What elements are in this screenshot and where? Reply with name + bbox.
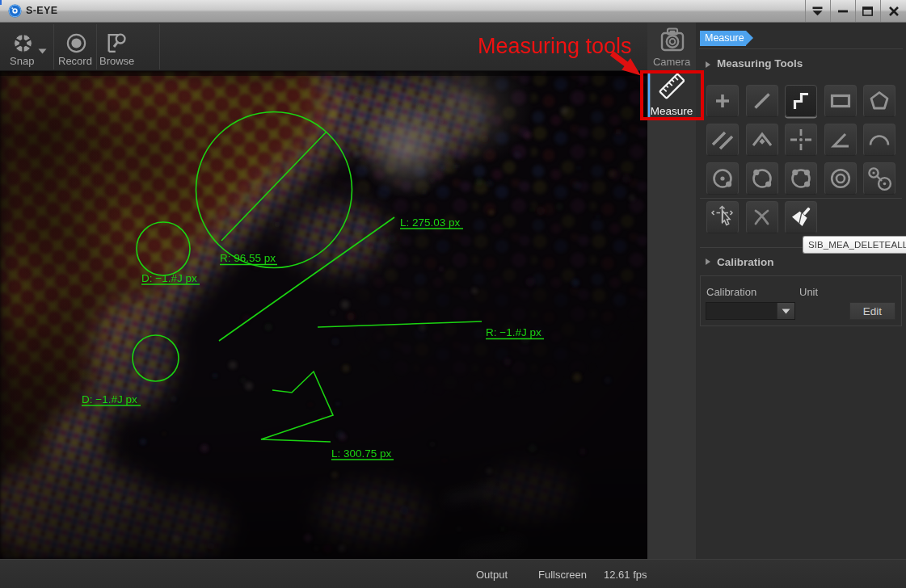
svg-text:L: 275.03 px: L: 275.03 px (400, 216, 461, 229)
svg-text:R: 96.55 px: R: 96.55 px (220, 252, 276, 264)
svg-text:D: −1.#J px: D: −1.#J px (141, 272, 197, 284)
svg-text:R: −1.#J px: R: −1.#J px (486, 326, 541, 338)
svg-text:D: −1.#J px: D: −1.#J px (82, 393, 137, 405)
svg-text:L: 300.75 px: L: 300.75 px (331, 447, 392, 460)
